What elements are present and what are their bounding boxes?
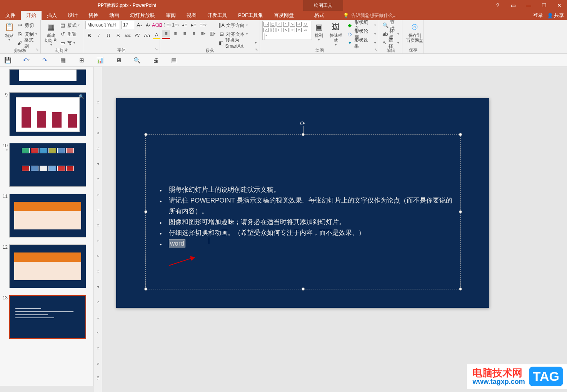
save-baidu-button[interactable]: ⦾ 保存到 百度网盘	[405, 21, 425, 44]
slide-thumb-10[interactable]	[9, 143, 86, 187]
resize-handle-nw[interactable]	[144, 133, 147, 136]
close-button[interactable]: ✕	[552, 2, 567, 8]
tab-review[interactable]: 审阅	[160, 11, 181, 20]
align-left-button[interactable]: ≡	[162, 30, 170, 37]
quick-style-button[interactable]: 🖼 快速样式▾	[326, 21, 346, 47]
resize-handle-se[interactable]	[459, 287, 462, 291]
justify-button[interactable]: ≡	[190, 30, 198, 37]
tab-design[interactable]: 设计	[62, 11, 83, 20]
tab-slideshow[interactable]: 幻灯片放映	[125, 11, 160, 20]
convert-smartart-button[interactable]: ◧转换为 SmartArt▾	[218, 39, 257, 47]
editing-word-highlight: word	[169, 239, 185, 247]
resize-handle-w[interactable]	[144, 210, 147, 213]
change-case-button[interactable]: Aa	[143, 32, 151, 39]
qat-redo-button[interactable]: ↷	[41, 56, 48, 64]
paragraph-launcher-icon[interactable]: ⤡	[255, 48, 258, 51]
new-slide-button[interactable]: ▦ 新建 幻灯片 ▾	[43, 21, 59, 47]
shadow-button[interactable]: S	[114, 32, 122, 39]
content-text-box[interactable]: ⟳ 照每张幻灯片上的说明创建演示文稿。 请记住 POWERPOINT 是演示文稿…	[145, 134, 461, 289]
slide-thumb-11[interactable]	[9, 194, 86, 238]
slide-thumb-9[interactable]: 🔍	[9, 92, 86, 136]
qat-zoom-button[interactable]: 🔍	[133, 56, 141, 64]
bullet-item-editing[interactable]: word	[160, 238, 454, 249]
cut-button[interactable]: ✂剪切	[17, 22, 37, 29]
bullet-item[interactable]: 请记住 POWERPOINT 是演示文稿的视觉效果。每张幻灯片上的文字仅作为论点…	[160, 195, 454, 217]
bullet-item[interactable]: 仔细选择切换和动画。（希望受众如何专注于内容，而不是效果。）	[160, 228, 454, 238]
tab-transition[interactable]: 切换	[83, 11, 104, 20]
line-spacing-button[interactable]: ‡≡▾	[199, 22, 207, 28]
distribute-button[interactable]: ≡▾	[199, 30, 207, 37]
select-button[interactable]: ↖选择▾	[382, 39, 399, 47]
resize-handle-s[interactable]	[302, 287, 305, 291]
section-button[interactable]: ▭节▾	[60, 39, 80, 47]
share-button[interactable]: 👤共享	[547, 12, 564, 19]
drawing-launcher-icon[interactable]: ⤡	[374, 48, 377, 51]
minimize-button[interactable]: —	[521, 2, 536, 8]
reset-button[interactable]: ↺重置	[60, 30, 80, 38]
qat-slide-button[interactable]: ▤	[170, 56, 178, 64]
spacing-button[interactable]: AV	[133, 32, 141, 39]
qat-print-button[interactable]: 🖨	[152, 56, 159, 64]
login-button[interactable]: 登录	[533, 12, 543, 19]
bullet-item[interactable]: 图像和图形可增加趣味；请务必在适当时将其添加到幻灯片。	[160, 217, 454, 228]
slide-thumb-8-partial[interactable]	[9, 69, 86, 85]
slide-thumbnail-panel[interactable]: 9 🔍 10* 11	[0, 67, 94, 386]
qat-start-slideshow-button[interactable]: ▦	[59, 56, 67, 64]
shape-effects-button[interactable]: ✦形状效果▾	[347, 39, 376, 47]
tab-format[interactable]: 格式	[299, 11, 339, 20]
columns-button[interactable]: ▥▾	[208, 30, 216, 37]
help-icon[interactable]: ?	[490, 2, 505, 8]
slide-thumb-13[interactable]	[9, 295, 86, 339]
layout-button[interactable]: ▤版式▾	[60, 22, 80, 29]
bullets-button[interactable]: ⋮≡▾	[162, 22, 170, 28]
shrink-font-button[interactable]: A▾	[144, 21, 152, 29]
italic-button[interactable]: I	[95, 32, 103, 39]
qat-present-button[interactable]: 🖥	[115, 56, 122, 64]
font-launcher-icon[interactable]: ⤡	[155, 47, 158, 51]
tab-pdf[interactable]: PDF工具集	[233, 11, 268, 20]
shape-gallery[interactable]: ▭▢○\↘⇒⬡ △{ }L∿☆◇▱ ▴▾▾	[262, 21, 312, 40]
strike-button[interactable]: abc	[124, 32, 132, 39]
slide-canvas[interactable]: ⟳ 照每张幻灯片上的说明创建演示文稿。 请记住 POWERPOINT 是演示文稿…	[102, 67, 567, 392]
tab-file[interactable]: 文件	[0, 11, 21, 20]
clipboard-launcher-icon[interactable]: ⤡	[36, 48, 39, 51]
arrange-button[interactable]: ▣ 排列▾	[312, 21, 326, 42]
tab-view[interactable]: 视图	[181, 11, 202, 20]
increase-indent-button[interactable]: ▸≡	[190, 22, 198, 28]
clear-format-button[interactable]: A⌫	[153, 21, 161, 29]
ribbon-options-icon[interactable]: ▭	[505, 2, 521, 8]
tab-animation[interactable]: 动画	[104, 11, 125, 20]
rotate-handle-icon[interactable]: ⟳	[300, 120, 306, 126]
qat-chart-button[interactable]: 📊	[96, 56, 104, 64]
text-direction-button[interactable]: ‖A文字方向▾	[218, 22, 257, 29]
grow-font-button[interactable]: A▴	[135, 21, 143, 29]
maximize-button[interactable]: ☐	[536, 2, 552, 8]
resize-handle-n[interactable]	[302, 133, 305, 136]
tab-baidu[interactable]: 百度网盘	[268, 11, 299, 20]
tell-me-search[interactable]: 💡 告诉我您想要做什么...	[339, 11, 533, 20]
decrease-indent-button[interactable]: ◂≡	[181, 22, 188, 28]
align-center-button[interactable]: ≡	[172, 30, 179, 37]
font-size-input[interactable]: 17	[121, 21, 134, 29]
underline-button[interactable]: U	[105, 32, 112, 39]
tab-home[interactable]: 开始	[21, 11, 42, 20]
qat-touchmode-button[interactable]: ⊞	[78, 56, 85, 64]
slide-thumb-12[interactable]	[9, 244, 86, 288]
qat-undo-button[interactable]: ↶▾	[22, 56, 30, 64]
tab-developer[interactable]: 开发工具	[202, 11, 233, 20]
resize-handle-sw[interactable]	[144, 287, 147, 291]
bullet-item[interactable]: 照每张幻灯片上的说明创建演示文稿。	[160, 184, 454, 195]
highlight-button[interactable]: A	[153, 32, 160, 39]
format-painter-button[interactable]: 🖌格式刷	[17, 39, 37, 47]
numbering-button[interactable]: 1≡▾	[172, 22, 179, 28]
font-name-input[interactable]: Microsoft YaH	[85, 21, 120, 29]
resize-handle-ne[interactable]	[459, 133, 462, 136]
paste-button[interactable]: 📋 粘贴 ▾	[2, 21, 16, 42]
qat-save-button[interactable]: 💾	[4, 56, 12, 64]
tab-insert[interactable]: 插入	[42, 11, 62, 20]
resize-handle-e[interactable]	[459, 210, 462, 213]
bold-button[interactable]: B	[85, 32, 93, 39]
align-right-button[interactable]: ≡	[181, 30, 188, 37]
bullet-list[interactable]: 照每张幻灯片上的说明创建演示文稿。 请记住 POWERPOINT 是演示文稿的视…	[146, 135, 460, 249]
current-slide[interactable]: ⟳ 照每张幻灯片上的说明创建演示文稿。 请记住 POWERPOINT 是演示文稿…	[116, 98, 489, 308]
